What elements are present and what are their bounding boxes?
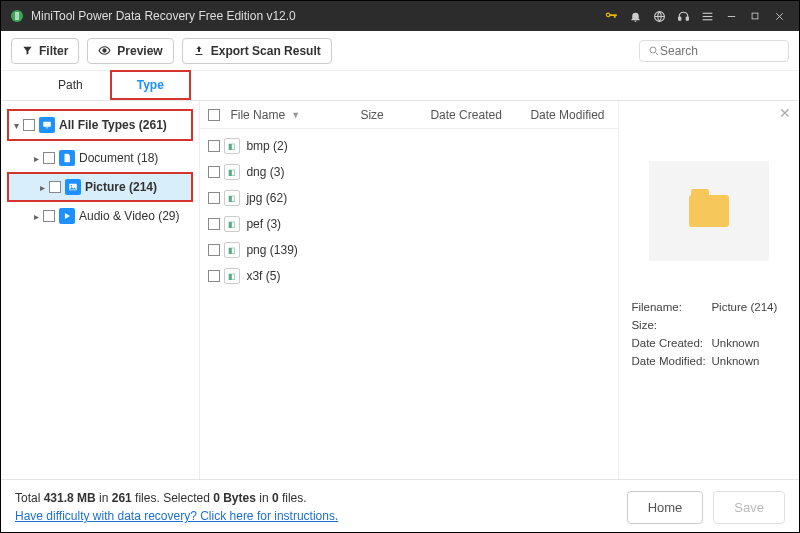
tree-item-document[interactable]: ▸ Document (18)	[1, 145, 199, 171]
meta-size-label: Size:	[631, 319, 711, 331]
save-button[interactable]: Save	[713, 491, 785, 524]
tree-root-all-file-types[interactable]: ▾ All File Types (261)	[9, 112, 191, 138]
file-row[interactable]: ◧bmp (2)	[208, 133, 610, 159]
column-header-created[interactable]: Date Created	[430, 108, 530, 122]
meta-filename-label: Filename:	[631, 301, 711, 313]
meta-created-value: Unknown	[711, 337, 759, 349]
help-link[interactable]: Have difficulty with data recovery? Clic…	[15, 509, 338, 523]
checkbox[interactable]	[208, 140, 220, 152]
checkbox[interactable]	[208, 218, 220, 230]
filetype-icon: ◧	[224, 164, 240, 180]
minimize-icon[interactable]	[719, 4, 743, 28]
svg-rect-4	[686, 17, 688, 20]
column-header-size[interactable]: Size	[360, 108, 430, 122]
meta-modified-value: Unknown	[711, 355, 759, 367]
svg-rect-13	[46, 128, 49, 129]
svg-rect-6	[702, 15, 712, 16]
filetype-icon: ◧	[224, 268, 240, 284]
file-row[interactable]: ◧jpg (62)	[208, 185, 610, 211]
window-title: MiniTool Power Data Recovery Free Editio…	[31, 9, 296, 23]
checkbox[interactable]	[208, 192, 220, 204]
column-header-name[interactable]: File Name▼	[230, 108, 360, 122]
chevron-right-icon[interactable]: ▸	[29, 211, 43, 222]
filetype-icon: ◧	[224, 138, 240, 154]
svg-rect-3	[678, 17, 680, 20]
svg-rect-1	[15, 12, 19, 20]
meta-modified-label: Date Modified:	[631, 355, 711, 367]
footer-status: Total 431.8 MB in 261 files. Selected 0 …	[15, 489, 338, 525]
tab-type[interactable]: Type	[110, 70, 191, 100]
search-icon	[648, 45, 660, 57]
tree-item-audio-video[interactable]: ▸ Audio & Video (29)	[1, 203, 199, 229]
checkbox[interactable]	[43, 210, 55, 222]
close-preview-icon[interactable]: ✕	[779, 105, 791, 121]
filter-button[interactable]: Filter	[11, 38, 79, 64]
tabs-bar: Path Type	[1, 71, 799, 101]
main-area: ▾ All File Types (261) ▸ Document (18) ▸…	[1, 101, 799, 479]
picture-icon	[65, 179, 81, 195]
preview-label: Preview	[117, 44, 162, 58]
meta-filename-value: Picture (214)	[711, 301, 777, 313]
svg-rect-9	[752, 13, 758, 19]
key-icon[interactable]	[599, 4, 623, 28]
maximize-icon[interactable]	[743, 4, 767, 28]
tree-item-label: Picture (214)	[85, 180, 157, 194]
tree-item-picture[interactable]: ▸ Picture (214)	[9, 174, 191, 200]
tree-root-label: All File Types (261)	[59, 118, 167, 132]
svg-rect-5	[702, 12, 712, 13]
file-row[interactable]: ◧x3f (5)	[208, 263, 610, 289]
file-row[interactable]: ◧png (139)	[208, 237, 610, 263]
checkbox[interactable]	[208, 244, 220, 256]
bell-icon[interactable]	[623, 4, 647, 28]
chevron-down-icon[interactable]: ▾	[9, 120, 23, 131]
headset-icon[interactable]	[671, 4, 695, 28]
svg-rect-12	[43, 122, 51, 127]
play-icon	[59, 208, 75, 224]
folder-icon	[689, 195, 729, 227]
checkbox[interactable]	[208, 270, 220, 282]
preview-button[interactable]: Preview	[87, 38, 173, 64]
checkbox[interactable]	[23, 119, 35, 131]
file-name: png (139)	[246, 243, 297, 257]
menu-icon[interactable]	[695, 4, 719, 28]
column-header-modified[interactable]: Date Modified	[530, 108, 610, 122]
close-icon[interactable]	[767, 4, 791, 28]
toolbar: Filter Preview Export Scan Result	[1, 31, 799, 71]
file-name: dng (3)	[246, 165, 284, 179]
filter-label: Filter	[39, 44, 68, 58]
home-button[interactable]: Home	[627, 491, 704, 524]
globe-icon[interactable]	[647, 4, 671, 28]
checkbox-all[interactable]	[208, 109, 220, 121]
file-list: File Name▼ Size Date Created Date Modifi…	[200, 101, 619, 479]
file-list-body: ◧bmp (2) ◧dng (3) ◧jpg (62) ◧pef (3) ◧pn…	[200, 129, 618, 293]
file-row[interactable]: ◧pef (3)	[208, 211, 610, 237]
tree-item-label: Audio & Video (29)	[79, 209, 180, 223]
search-box[interactable]	[639, 40, 789, 62]
selected-files: 0	[272, 491, 279, 505]
export-button[interactable]: Export Scan Result	[182, 38, 332, 64]
chevron-right-icon[interactable]: ▸	[35, 182, 49, 193]
svg-point-15	[71, 185, 73, 187]
preview-pane: ✕ Filename:Picture (214) Size: Date Crea…	[619, 101, 799, 479]
monitor-icon	[39, 117, 55, 133]
footer: Total 431.8 MB in 261 files. Selected 0 …	[1, 479, 799, 533]
search-input[interactable]	[660, 44, 780, 58]
file-name: pef (3)	[246, 217, 281, 231]
svg-rect-7	[702, 19, 712, 20]
sidebar-tree: ▾ All File Types (261) ▸ Document (18) ▸…	[1, 101, 200, 479]
filetype-icon: ◧	[224, 242, 240, 258]
filetype-icon: ◧	[224, 216, 240, 232]
file-row[interactable]: ◧dng (3)	[208, 159, 610, 185]
svg-point-11	[650, 47, 656, 53]
svg-rect-8	[727, 16, 734, 17]
checkbox[interactable]	[49, 181, 61, 193]
document-icon	[59, 150, 75, 166]
sort-desc-icon: ▼	[291, 110, 300, 120]
chevron-right-icon[interactable]: ▸	[29, 153, 43, 164]
checkbox[interactable]	[208, 166, 220, 178]
selected-bytes: 0 Bytes	[213, 491, 256, 505]
tab-path[interactable]: Path	[31, 70, 110, 100]
filetype-icon: ◧	[224, 190, 240, 206]
checkbox[interactable]	[43, 152, 55, 164]
file-name: jpg (62)	[246, 191, 287, 205]
